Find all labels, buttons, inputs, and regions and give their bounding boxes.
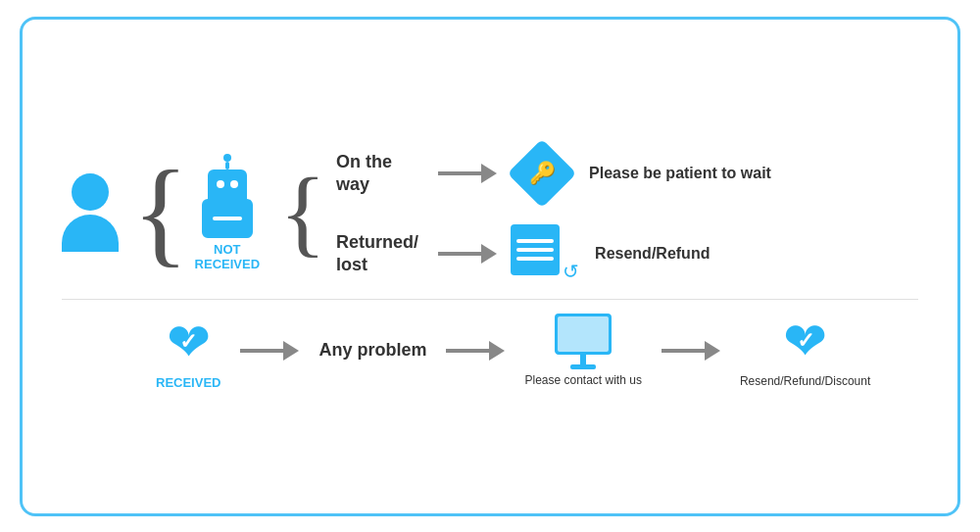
arrow-head-4	[489, 341, 505, 361]
doc-line-2	[516, 248, 554, 252]
key-symbol: 🔑	[529, 161, 556, 186]
on-the-way-label: On the way	[336, 151, 424, 197]
not-received-label: NOT RECEIVED	[195, 242, 260, 272]
not-received-column: NOT RECEIVED	[195, 154, 260, 272]
refund-discount-label: Resend/Refund/Discount	[740, 374, 870, 390]
robot-right-eye	[230, 180, 238, 188]
received-arrow-2	[446, 341, 505, 361]
robot-antenna-ball	[223, 154, 231, 162]
monitor-base	[570, 364, 596, 369]
returned-lost-label: Returned/ lost	[336, 231, 424, 277]
main-card: { NOT RECEIVED	[20, 17, 960, 516]
robot-antenna-stem	[225, 162, 229, 169]
returned-arrow	[438, 244, 497, 264]
diagram-layout: { NOT RECEIVED	[62, 142, 918, 390]
monitor-inner	[558, 316, 609, 352]
top-section: { NOT RECEIVED	[62, 142, 918, 283]
robot-icon	[202, 154, 253, 238]
arrow-body	[438, 171, 481, 175]
robot-mouth	[213, 217, 242, 220]
document-icon: ↺	[511, 224, 579, 283]
person-icon	[62, 173, 119, 252]
arrow-body-5	[662, 349, 705, 353]
doc-main	[511, 224, 560, 275]
monitor-stand	[580, 355, 586, 364]
returned-lost-row: Returned/ lost	[336, 224, 918, 283]
received-row: ❤ ✓ RECEIVED Any problem	[62, 299, 918, 390]
received-arrow-3	[662, 341, 720, 361]
heart-checkmark: ✓	[179, 329, 197, 355]
arrow-head-5	[705, 341, 720, 361]
contact-label: Please contact with us	[524, 373, 641, 389]
arrow-head	[481, 164, 497, 183]
robot-body	[202, 199, 253, 238]
monitor-screen	[555, 314, 612, 355]
monitor-icon: Please contact with us	[524, 314, 641, 389]
refund-heart-icon: ❤ ✓	[774, 312, 837, 370]
doc-line-3	[516, 257, 554, 261]
person-body	[62, 215, 119, 252]
diamond-key-icon: 🔑	[511, 142, 573, 205]
arrow-body-4	[446, 349, 489, 353]
received-arrow-1	[240, 341, 299, 361]
refund-discount-column: ❤ ✓ Resend/Refund/Discount	[740, 312, 870, 390]
arrow-head-3	[283, 341, 299, 361]
on-the-way-row: On the way 🔑 Please be patient to wait	[336, 142, 918, 205]
doc-refresh-arrow: ↺	[563, 260, 579, 283]
received-column: ❤ ✓ RECEIVED	[156, 313, 220, 390]
on-the-way-arrow	[438, 164, 497, 183]
any-problem-label: Any problem	[318, 339, 426, 362]
resend-refund-label: Resend/Refund	[595, 243, 710, 265]
received-label: RECEIVED	[156, 375, 220, 390]
patient-wait-label: Please be patient to wait	[589, 163, 771, 184]
left-brace: {	[132, 154, 189, 271]
arrow-head-2	[481, 244, 497, 264]
arrow-body-3	[240, 349, 283, 353]
robot-head	[208, 169, 247, 199]
arrow-body-2	[438, 252, 481, 256]
doc-line-1	[516, 239, 554, 243]
robot-left-eye	[217, 180, 224, 188]
refund-checkmark: ✓	[797, 328, 814, 354]
person-head	[72, 173, 109, 211]
upper-rows: On the way 🔑 Please be patient to wait	[336, 142, 918, 283]
received-heart-icon: ❤ ✓	[157, 313, 220, 371]
right-brace: {	[279, 164, 326, 262]
